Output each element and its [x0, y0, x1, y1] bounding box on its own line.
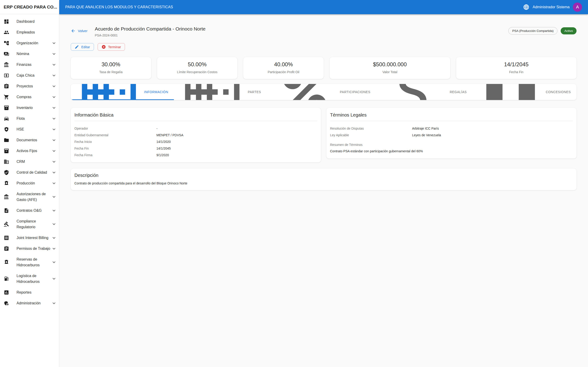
sidebar-item-label: Dashboard — [17, 19, 57, 24]
sidebar-item-label: Activos Fijos — [17, 148, 50, 154]
sidebar-item-compras[interactable]: Compras — [0, 92, 59, 102]
sidebar-item-label: Documentos — [17, 137, 50, 143]
sidebar-item-permisos-de-trabajo[interactable]: Permisos de Trabajo — [0, 243, 59, 254]
field-row: Ley AplicableLeyes de Venezuela — [330, 133, 573, 137]
chevron-down-icon — [51, 62, 57, 67]
chevron-down-icon — [51, 246, 57, 251]
folder-icon — [4, 137, 9, 143]
sidebar-item-label: Contratos O&G — [17, 208, 50, 213]
sidebar-item-administracion[interactable]: Administración — [0, 298, 59, 309]
contract-type-badge: PSA (Producción Compartida) — [508, 27, 557, 35]
language-globe-icon[interactable] — [523, 4, 529, 10]
stat-value: 40.00% — [246, 61, 321, 68]
terminate-button[interactable]: Terminar — [98, 43, 125, 51]
tab-concesiones[interactable]: CONCESIONES — [473, 84, 577, 100]
sidebar-item-inventario[interactable]: Inventario — [0, 102, 59, 113]
chevron-down-icon — [51, 83, 57, 89]
tab-partes[interactable]: PARTES — [174, 84, 267, 100]
sidebar-item-empleados[interactable]: Empleados — [0, 27, 59, 38]
chevron-down-icon — [51, 105, 57, 110]
sidebar-item-label: Compras — [17, 94, 50, 100]
cancel-icon — [102, 45, 106, 49]
edit-button[interactable]: Editar — [71, 43, 94, 51]
field-label: Fecha Inicio — [74, 140, 156, 144]
stat-card: 40.00%Participación Profit Oil — [243, 57, 324, 79]
chevron-down-icon — [51, 137, 57, 143]
sidebar-item-label: Compliance Regulatorio — [17, 218, 50, 230]
terms-summary-label: Resumen de Términos — [330, 143, 573, 147]
sidebar-item-joint-interest-billing[interactable]: Joint Interest Billing — [0, 232, 59, 243]
sidebar-item-hse[interactable]: HSE — [0, 124, 59, 135]
sidebar-item-label: Logística de Hidrocarburos — [17, 273, 50, 284]
sidebar: ERP CREADO PARA CO... DashboardEmpleados… — [0, 0, 59, 367]
sidebar-item-autorizaciones-afe[interactable]: Autorizaciones de Gasto (AFE) — [0, 189, 59, 205]
description-title: Descripción — [74, 173, 573, 178]
field-label: Ley Aplicable — [330, 133, 412, 137]
map-icon — [478, 84, 543, 100]
gas-station-icon — [4, 276, 9, 282]
field-value: 14/1/2020 — [156, 140, 171, 144]
sidebar-item-contratos-og[interactable]: Contratos O&G — [0, 205, 59, 216]
sidebar-item-label: Flota — [17, 116, 50, 121]
sidebar-item-label: Joint Interest Billing — [17, 235, 50, 241]
sidebar-item-flota[interactable]: Flota — [0, 113, 59, 124]
edit-button-label: Editar — [81, 45, 90, 49]
sidebar-item-caja-chica[interactable]: Caja Chica — [0, 70, 59, 81]
chevron-down-icon — [51, 235, 57, 241]
inventory-icon — [4, 148, 9, 154]
sidebar-item-reportes[interactable]: Reportes — [0, 287, 59, 298]
sidebar-item-reservas-hidrocarburos[interactable]: Reservas de Hidrocarburos — [0, 254, 59, 270]
chevron-down-icon — [51, 116, 57, 121]
verified-user-icon — [4, 170, 9, 175]
inventory-icon — [4, 105, 9, 110]
sidebar-item-label: Proyectos — [17, 83, 50, 89]
sidebar-item-crm[interactable]: CRM — [0, 156, 59, 167]
account-tree-icon — [4, 40, 9, 46]
chevron-down-icon — [51, 194, 57, 200]
legal-terms-title: Términos Legales — [330, 112, 573, 121]
back-button[interactable]: Volver — [71, 28, 87, 33]
tab-regalias[interactable]: REGALÍAS — [376, 84, 473, 100]
page-content: Volver Acuerdo de Producción Compartida … — [59, 14, 588, 367]
sidebar-item-label: Caja Chica — [17, 73, 50, 78]
description-card: Descripción Contrato de producción compa… — [71, 169, 577, 190]
sidebar-item-nomina[interactable]: Nómina — [0, 48, 59, 59]
assignment-icon — [4, 246, 9, 251]
terms-summary: Resumen de Términos Contrato PSA estánda… — [330, 143, 573, 153]
stat-card: 50.00%Límite Recuperación Costos — [157, 57, 237, 79]
cards-row: Información Básica Operador-Entidad Gube… — [71, 108, 577, 162]
stat-card: 14/1/2045Fecha Fin — [456, 57, 577, 79]
arrow-back-icon — [71, 28, 76, 33]
sidebar-item-finanzas[interactable]: Finanzas — [0, 59, 59, 70]
sidebar-item-activos-fijos[interactable]: Activos Fijos — [0, 145, 59, 156]
field-row: Fecha Firma9/1/2020 — [74, 153, 317, 157]
sidebar-item-documentos[interactable]: Documentos — [0, 135, 59, 145]
sidebar-item-label: Inventario — [17, 105, 50, 110]
tab-participaciones[interactable]: PARTICIPACIONES — [267, 84, 376, 100]
stats-row: 30.00%Tasa de Regalía50.00%Límite Recupe… — [71, 57, 577, 79]
oil-barrel-icon — [4, 259, 9, 265]
building-icon — [180, 84, 245, 100]
chevron-down-icon — [51, 259, 57, 265]
app-logo-title: ERP CREADO PARA CO... — [0, 0, 59, 14]
field-row: Fecha Fin14/1/2045 — [74, 146, 317, 151]
basic-info-fields: Operador-Entidad GubernamentalMENPET / P… — [74, 126, 317, 157]
sidebar-item-produccion[interactable]: Producción — [0, 178, 59, 189]
sidebar-item-label: Control de Calidad — [17, 169, 50, 175]
field-label: Entidad Gubernamental — [74, 133, 156, 137]
chevron-down-icon — [51, 127, 57, 132]
avatar[interactable]: A — [573, 2, 582, 12]
tab-label: REGALÍAS — [450, 90, 467, 94]
sidebar-item-organizacion[interactable]: Organización — [0, 38, 59, 48]
assignment-icon — [4, 83, 9, 89]
sidebar-item-compliance-regulatorio[interactable]: Compliance Regulatorio — [0, 216, 59, 232]
field-row: Fecha Inicio14/1/2020 — [74, 140, 317, 144]
bank-icon — [4, 62, 9, 67]
stat-value: 14/1/2045 — [458, 61, 574, 68]
sidebar-item-dashboard[interactable]: Dashboard — [0, 16, 59, 27]
sidebar-item-logistica-hidrocarburos[interactable]: Logística de Hidrocarburos — [0, 270, 59, 287]
sidebar-item-control-de-calidad[interactable]: Control de Calidad — [0, 167, 59, 178]
sidebar-item-proyectos[interactable]: Proyectos — [0, 81, 59, 92]
tab-informacion[interactable]: INFORMACIÓN — [71, 84, 174, 100]
legal-terms-card: Términos Legales Resolución de DisputasA… — [326, 108, 577, 158]
